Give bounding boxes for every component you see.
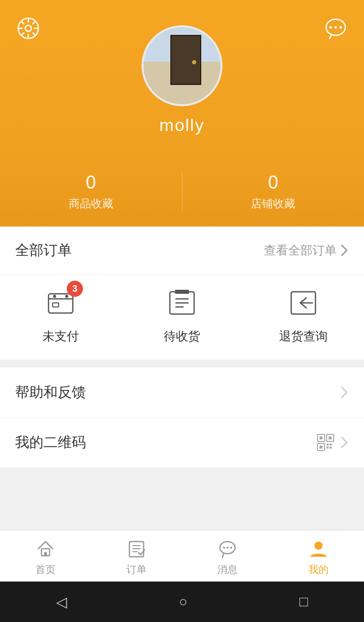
svg-point-42 — [223, 547, 225, 549]
view-all-orders-label: 查看全部订单 — [264, 242, 337, 258]
settings-button[interactable] — [15, 15, 41, 41]
avatar[interactable] — [142, 25, 222, 106]
help-feedback-item[interactable]: 帮助和反馈 — [0, 368, 364, 418]
svg-rect-34 — [330, 447, 332, 449]
view-all-orders-button[interactable]: 查看全部订单 — [264, 242, 349, 258]
orders-title: 全部订单 — [15, 241, 72, 260]
orders-section: 全部订单 查看全部订单 3 未支付 — [0, 227, 364, 360]
unpaid-badge: 3 — [67, 281, 83, 297]
orders-header: 全部订单 查看全部订单 — [0, 227, 364, 275]
nav-orders[interactable]: 订单 — [91, 539, 182, 576]
qr-code-icon — [316, 433, 335, 452]
my-qrcode-label: 我的二维码 — [15, 433, 86, 452]
stats-bar: 0 商品收藏 0 店铺收藏 — [0, 162, 364, 227]
nav-mine[interactable]: 我的 — [273, 539, 364, 576]
svg-point-12 — [335, 26, 337, 29]
home-icon — [35, 539, 56, 559]
nav-home[interactable]: 首页 — [0, 539, 91, 576]
svg-point-13 — [340, 26, 342, 29]
my-qrcode-right — [316, 433, 349, 452]
svg-line-8 — [33, 22, 35, 24]
pending-receipt-icon-wrapper — [164, 285, 200, 321]
goods-favorites-stat[interactable]: 0 商品收藏 — [0, 172, 182, 211]
pending-receipt-button[interactable]: 待收货 — [121, 285, 243, 344]
nav-home-label: 首页 — [35, 563, 56, 576]
android-back-button[interactable]: ◁ — [56, 594, 67, 610]
help-feedback-right — [340, 385, 349, 399]
svg-rect-30 — [320, 446, 323, 449]
mine-icon — [308, 539, 329, 559]
profile-section: molly — [0, 0, 364, 162]
store-favorites-number: 0 — [268, 172, 278, 193]
svg-rect-31 — [327, 443, 329, 446]
android-nav-bar: ◁ ○ □ — [0, 582, 364, 622]
chat-button[interactable] — [323, 15, 349, 41]
pending-receipt-label: 待收货 — [164, 328, 200, 344]
svg-rect-17 — [53, 303, 59, 307]
svg-point-16 — [65, 295, 68, 298]
svg-point-44 — [230, 547, 232, 549]
bottom-nav: 首页 订单 消息 我的 — [0, 530, 364, 582]
android-home-button[interactable]: ○ — [179, 594, 188, 610]
my-qrcode-item[interactable]: 我的二维码 — [0, 418, 364, 468]
svg-point-45 — [314, 542, 323, 550]
store-favorites-stat[interactable]: 0 店铺收藏 — [182, 172, 365, 211]
nav-mine-label: 我的 — [308, 563, 329, 576]
my-qrcode-left: 我的二维码 — [15, 433, 86, 452]
nav-messages[interactable]: 消息 — [182, 539, 273, 576]
svg-rect-22 — [175, 290, 189, 294]
messages-icon — [217, 539, 238, 559]
goods-favorites-label: 商品收藏 — [69, 196, 113, 211]
store-favorites-label: 店铺收藏 — [251, 196, 295, 211]
svg-point-11 — [330, 26, 332, 29]
svg-rect-33 — [327, 447, 329, 449]
help-feedback-left: 帮助和反馈 — [15, 383, 86, 402]
return-query-button[interactable]: 退货查询 — [243, 285, 364, 344]
return-query-icon-wrapper — [285, 285, 322, 321]
nav-messages-label: 消息 — [217, 563, 238, 576]
svg-rect-28 — [329, 436, 332, 439]
avatar-image — [144, 27, 220, 104]
android-recent-button[interactable]: □ — [299, 594, 308, 610]
nav-orders-label: 订单 — [126, 563, 147, 576]
svg-rect-36 — [44, 552, 47, 556]
goods-favorites-number: 0 — [86, 172, 96, 193]
svg-rect-26 — [320, 436, 323, 439]
svg-line-7 — [33, 33, 35, 35]
svg-rect-32 — [330, 443, 332, 446]
unpaid-icon-wrapper: 3 — [42, 285, 79, 321]
svg-line-6 — [22, 22, 24, 24]
return-query-label: 退货查询 — [279, 328, 328, 344]
section-divider — [0, 360, 364, 368]
order-types: 3 未支付 待收货 — [0, 275, 364, 360]
orders-icon — [126, 539, 147, 559]
svg-point-1 — [25, 25, 31, 31]
unpaid-label: 未支付 — [42, 328, 79, 344]
svg-point-43 — [226, 547, 229, 549]
svg-point-15 — [53, 295, 56, 298]
svg-line-9 — [22, 33, 24, 35]
username: molly — [159, 115, 204, 135]
help-feedback-label: 帮助和反馈 — [15, 383, 86, 402]
unpaid-orders-button[interactable]: 3 未支付 — [0, 285, 121, 344]
